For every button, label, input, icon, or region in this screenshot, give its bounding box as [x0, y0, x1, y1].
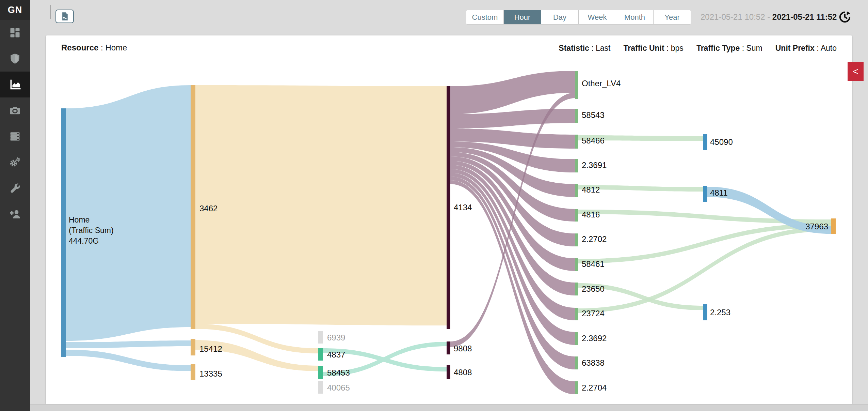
sankey-label-n40065: 40065 [327, 383, 350, 392]
time-range-tabs: CustomHourDayWeekMonthYear [466, 10, 691, 25]
tab-week[interactable]: Week [579, 10, 616, 24]
date-range-end: 2021-05-21 11:52 [772, 12, 837, 22]
sankey-node-n23724[interactable] [575, 308, 578, 320]
sankey-flow-home-n15412[interactable] [66, 340, 191, 348]
sankey-label-n22704: 2.2704 [582, 383, 607, 392]
sankey-node-n4811[interactable] [703, 186, 707, 202]
tab-day[interactable]: Day [541, 10, 579, 24]
sankey-node-n15412[interactable] [191, 339, 195, 355]
sankey-node-n58453[interactable] [318, 366, 323, 379]
sankey-label-n4811: 4811 [710, 188, 728, 197]
shield-icon [9, 52, 21, 65]
sankey-label-n58466: 58466 [582, 136, 605, 145]
sankey-node-n22704[interactable] [575, 381, 578, 394]
sankey-node-n58466[interactable] [575, 135, 578, 149]
collapse-panel-button[interactable]: < [848, 62, 864, 81]
sankey-label-n4816: 4816 [582, 210, 600, 219]
date-range-separator: - [765, 12, 772, 22]
horizontal-scrollbar-track[interactable] [30, 404, 868, 411]
sankey-flow-home-n13335[interactable] [66, 350, 191, 371]
sidebar: GN [0, 0, 30, 411]
wrench-icon [9, 182, 21, 194]
sankey-label-n58543: 58543 [582, 110, 605, 120]
sankey-label-n2253: 2.253 [710, 308, 730, 317]
sankey-node-n45090[interactable] [703, 134, 707, 150]
sankey-node-n63838[interactable] [575, 356, 578, 369]
sankey-label-n15412: 15412 [199, 344, 222, 353]
sankey-label-n23650: 23650 [582, 284, 605, 293]
dashboard-icon [9, 27, 21, 39]
sankey-label-nOther: Other_LV4 [582, 79, 621, 88]
tab-year[interactable]: Year [654, 10, 691, 24]
sankey-label-n23691: 2.3691 [582, 161, 607, 170]
area-chart-icon [9, 78, 21, 91]
sankey-node-n22702[interactable] [575, 233, 578, 246]
sankey-node-n6939[interactable] [318, 331, 323, 344]
pdf-file-icon [60, 11, 70, 21]
sankey-label-n58461: 58461 [582, 259, 605, 269]
sidebar-item-add-user[interactable] [0, 201, 30, 227]
sidebar-item-snapshot[interactable] [0, 97, 30, 123]
sankey-node-n40065[interactable] [318, 381, 323, 394]
sankey-node-n4808[interactable] [447, 365, 450, 379]
sankey-node-n4812[interactable] [575, 184, 578, 197]
sankey-label-n63838: 63838 [582, 358, 605, 367]
sankey-label-n6939: 6939 [327, 333, 345, 342]
sidebar-item-tools[interactable] [0, 175, 30, 201]
sankey-node-n58543[interactable] [575, 109, 578, 123]
toolbar-divider [50, 5, 51, 19]
sankey-node-n3462[interactable] [191, 85, 195, 329]
sidebar-item-charts[interactable] [0, 72, 30, 97]
sankey-node-n37963[interactable] [831, 218, 836, 234]
sankey-node-n23650[interactable] [575, 283, 578, 295]
tab-month[interactable]: Month [616, 10, 654, 24]
sankey-label-n4134: 4134 [454, 203, 472, 212]
sankey-label-n22702: 2.2702 [582, 234, 607, 244]
sankey-label-n9808: 9808 [454, 344, 472, 353]
export-pdf-button[interactable] [55, 10, 74, 23]
tab-custom[interactable]: Custom [466, 10, 504, 24]
sankey-label-n13335: 13335 [199, 369, 222, 378]
sankey-node-n13335[interactable] [191, 364, 195, 380]
sankey-flow-n4134-nOther[interactable] [450, 71, 575, 114]
app-logo: GN [0, 0, 30, 20]
sidebar-item-settings[interactable] [0, 149, 30, 175]
sankey-node-n2253[interactable] [703, 304, 707, 320]
sankey-node-nOther[interactable] [575, 71, 578, 99]
sankey-label-n4837: 4837 [327, 350, 345, 359]
sankey-node-n4816[interactable] [575, 209, 578, 222]
sankey-node-n4134[interactable] [447, 86, 450, 329]
date-range-picker[interactable]: 2021-05-21 10:52 - 2021-05-21 11:52 [701, 10, 837, 24]
tab-hour[interactable]: Hour [504, 10, 541, 24]
gears-icon [9, 156, 21, 168]
server-icon [9, 130, 21, 142]
sankey-node-n23691[interactable] [575, 159, 578, 172]
sankey-flow-n23724-n37963[interactable] [578, 227, 831, 313]
sankey-node-n9808[interactable] [447, 341, 450, 354]
date-range-start: 2021-05-21 10:52 [701, 12, 765, 22]
sankey-label-n23692: 2.3692 [582, 334, 607, 343]
sankey-label-n37963: 37963 [805, 222, 828, 231]
camera-icon [9, 104, 21, 117]
refresh-history-button[interactable] [838, 10, 852, 24]
refresh-clock-icon [838, 10, 852, 24]
sankey-node-n58461[interactable] [575, 258, 578, 271]
sankey-node-n23692[interactable] [575, 332, 578, 345]
sankey-label-n4808: 4808 [454, 368, 472, 377]
sankey-node-home[interactable] [61, 108, 66, 357]
sidebar-item-dashboard[interactable] [0, 20, 30, 46]
sidebar-item-servers[interactable] [0, 123, 30, 149]
sankey-label-n3462: 3462 [199, 204, 218, 213]
sankey-node-n4837[interactable] [318, 348, 323, 361]
sankey-flow-n58461-n37963[interactable] [578, 223, 831, 263]
sidebar-item-security[interactable] [0, 46, 30, 72]
sankey-flow-n3462-n4134[interactable] [195, 85, 447, 325]
traffic-panel: Resource : Home Statistic : LastTraffic … [46, 35, 852, 404]
sankey-chart: Home(Traffic Sum)444.70G3462154121333569… [46, 35, 852, 404]
sankey-label-n23724: 23724 [582, 309, 605, 318]
user-add-icon [9, 208, 21, 220]
sankey-flow-home-n3462[interactable] [66, 85, 191, 341]
sankey-label-n45090: 45090 [710, 137, 733, 147]
sankey-label-n58453: 58453 [327, 368, 350, 377]
sidebar-nav [0, 20, 30, 227]
